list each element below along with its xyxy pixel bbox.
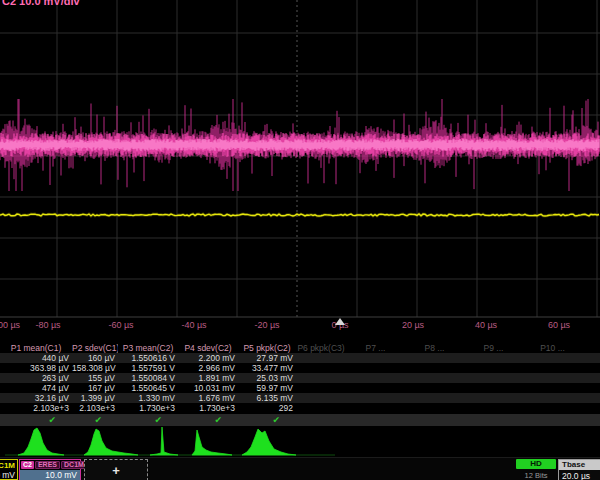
timebase-value: 20.0 µs (559, 470, 600, 480)
measure-param-header[interactable]: P2 sdev(C1) (72, 343, 118, 353)
measure-value: 25.03 mV (238, 373, 296, 383)
histicon[interactable] (192, 430, 232, 455)
histicon[interactable] (18, 428, 64, 455)
measure-value: 1.891 mV (178, 373, 238, 383)
measure-row-sdev: 32.16 µV1.399 µV1.330 mV1.676 mV6.135 mV (0, 393, 600, 403)
measure-value: 1.550084 V (118, 373, 178, 383)
measure-value: 155 µV (72, 373, 118, 383)
measure-value: 1.557591 V (118, 363, 178, 373)
time-axis-label: 20 µs (402, 320, 424, 330)
measure-row-max: 474 µV167 µV1.550645 V10.031 mV59.97 mV (0, 383, 600, 393)
histicon[interactable] (242, 429, 296, 455)
time-axis-label: 40 µs (475, 320, 497, 330)
hd-bits-label: 12 Bits (516, 471, 556, 480)
measure-value (464, 383, 523, 393)
measure-value: 158.308 µV (72, 363, 118, 373)
measure-histicons (0, 424, 600, 457)
measure-value: 2.200 mV (178, 353, 238, 363)
c2-scale-value: 10.0 mV (20, 470, 80, 480)
time-axis-label: -20 µs (254, 320, 279, 330)
measure-value (296, 383, 346, 393)
time-axis-label: -60 µs (108, 320, 133, 330)
measure-param-header[interactable]: P5 pkpk(C2) (238, 343, 296, 353)
measure-table[interactable]: P1 mean(C1)P2 sdev(C1)P3 mean(C2)P4 sdev… (0, 343, 600, 426)
measure-value (523, 393, 582, 403)
c2-channel-chip: C2 (21, 461, 34, 469)
c1-scale-value: 50.0 mV (0, 470, 17, 480)
measure-value (405, 373, 464, 383)
time-axis-label: -40 µs (181, 320, 206, 330)
channel-c2-descriptor[interactable]: C2 ERES DC1M 10.0 mV (19, 459, 81, 480)
measure-value: 363.98 µV (0, 363, 72, 373)
measure-param-header[interactable]: P8 ... (405, 343, 464, 353)
measure-value (405, 363, 464, 373)
measure-param-header[interactable]: P1 mean(C1) (0, 343, 72, 353)
measure-value (296, 373, 346, 383)
measure-value (346, 373, 405, 383)
waveform-svg (0, 0, 600, 318)
measure-value: 292 (238, 403, 296, 413)
timebase-descriptor[interactable]: Tbase 20.0 µs (558, 459, 600, 480)
measure-param-header[interactable]: P4 sdev(C2) (178, 343, 238, 353)
measure-value (523, 363, 582, 373)
measure-value: 263 µV (0, 373, 72, 383)
measure-value (296, 363, 346, 373)
measure-value: 474 µV (0, 383, 72, 393)
measure-value (405, 383, 464, 393)
channel-c1-descriptor[interactable]: C1 DC1M 50.0 mV (0, 459, 18, 480)
measure-value: 2.103e+3 (0, 403, 72, 413)
histicon[interactable] (84, 429, 138, 455)
measure-value: 2.966 mV (178, 363, 238, 373)
measure-value: 1.550645 V (118, 383, 178, 393)
measure-value: 32.16 µV (0, 393, 72, 403)
measure-value (346, 383, 405, 393)
trigger-position-marker[interactable] (335, 318, 345, 325)
measure-row-min: 263 µV155 µV1.550084 V1.891 mV25.03 mV (0, 373, 600, 383)
measure-value: 2.103e+3 (72, 403, 118, 413)
measure-value (405, 393, 464, 403)
measure-value (346, 353, 405, 363)
measure-param-header[interactable]: P6 pkpk(C3) (296, 343, 346, 353)
measure-value (523, 383, 582, 393)
measure-value (464, 373, 523, 383)
measure-row-mean: 363.98 µV158.308 µV1.557591 V2.966 mV33.… (0, 363, 600, 373)
measure-param-header[interactable]: P7 ... (346, 343, 405, 353)
measure-value: 1.730e+3 (118, 403, 178, 413)
crosshair-drop-zone[interactable]: + (84, 459, 148, 480)
measure-value (346, 363, 405, 373)
time-axis-label: 60 µs (548, 320, 570, 330)
measure-value: 27.97 mV (238, 353, 296, 363)
measure-row-num: 2.103e+32.103e+31.730e+31.730e+3292 (0, 403, 600, 413)
time-axis-label: -80 µs (35, 320, 60, 330)
measure-value (523, 353, 582, 363)
c2-eres-chip: ERES (35, 461, 60, 469)
measure-value: 1.676 mV (178, 393, 238, 403)
measure-value (346, 403, 405, 413)
hd-mode-badge[interactable]: HD (516, 459, 556, 469)
measure-value (523, 373, 582, 383)
measure-value: 440 µV (0, 353, 72, 363)
timebase-title: Tbase (559, 460, 600, 470)
measure-value: 1.330 mV (118, 393, 178, 403)
measure-value (464, 403, 523, 413)
measure-value (296, 353, 346, 363)
measure-value: 160 µV (72, 353, 118, 363)
measure-value (405, 403, 464, 413)
plus-icon: + (112, 463, 120, 478)
measure-row-value: 440 µV160 µV1.550616 V2.200 mV27.97 mV (0, 353, 600, 363)
waveform-grid[interactable]: C2 10.0 mV/div (0, 0, 600, 318)
measure-value (523, 403, 582, 413)
measure-value (296, 393, 346, 403)
histicon[interactable] (150, 427, 178, 455)
time-axis-label: -100 µs (0, 320, 20, 330)
measure-value (405, 353, 464, 363)
measure-param-header[interactable]: P9 ... (464, 343, 523, 353)
c2-coupling-chip: DC1M (61, 461, 87, 469)
time-axis: -100 µs-80 µs-60 µs-40 µs-20 µs0 µs20 µs… (0, 318, 600, 333)
measure-value (464, 353, 523, 363)
measure-value (464, 363, 523, 373)
measure-value: 1.550616 V (118, 353, 178, 363)
measure-param-header[interactable]: P3 mean(C2) (118, 343, 178, 353)
measure-value: 1.399 µV (72, 393, 118, 403)
measure-param-header[interactable]: P10 ... (523, 343, 582, 353)
